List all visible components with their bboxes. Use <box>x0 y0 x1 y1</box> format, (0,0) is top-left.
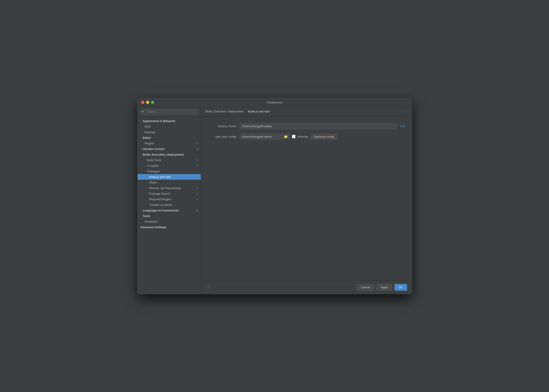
main-content: Build, Execution, Deployment › Node.js a… <box>201 107 412 294</box>
npm-config-label: npm user config: <box>208 135 237 138</box>
window-body: › Appearance & Behavior SDK Keymap › Edi… <box>137 107 412 294</box>
sidebar-item-label: Version Control <box>143 147 164 151</box>
sidebar-item-debugger[interactable]: › Debugger <box>137 168 201 174</box>
override-checkbox[interactable] <box>292 135 296 138</box>
chevron-icon: › <box>140 209 141 212</box>
traffic-lights <box>141 101 154 104</box>
sidebar-item-build-tools[interactable]: › Build Tools ⊞ <box>137 157 201 163</box>
sidebar-item-version-control[interactable]: › Version Control ⊞ <box>137 146 201 152</box>
sidebar-item-label: Remote Jar Repositories <box>149 186 181 190</box>
settings-icon: ⊞ <box>196 142 198 145</box>
maximize-button[interactable] <box>151 101 154 104</box>
sidebar-item-nodejs-npm[interactable]: Node.js and npm <box>137 174 201 180</box>
chevron-icon: › <box>140 148 141 150</box>
apply-button[interactable]: Apply <box>376 284 392 291</box>
chevron-icon: › <box>140 137 141 139</box>
title-bar: Preferences <box>137 98 412 107</box>
sidebar: › Appearance & Behavior SDK Keymap › Edi… <box>137 107 201 294</box>
nodejs-home-row: Node.js home: Edit <box>208 123 405 129</box>
close-button[interactable] <box>141 101 144 104</box>
chevron-icon: › <box>140 215 141 217</box>
nav-forward-button[interactable]: › <box>403 109 407 114</box>
sidebar-item-label: Build Tools <box>147 158 161 162</box>
npm-input-wrapper: 📁 <box>240 134 290 140</box>
search-wrapper <box>140 109 198 114</box>
help-button[interactable]: ? <box>206 285 210 290</box>
footer: ? Cancel Apply OK <box>201 280 412 294</box>
sidebar-item-label: Plugins <box>145 142 154 145</box>
sidebar-nav: › Appearance & Behavior SDK Keymap › Edi… <box>137 117 201 294</box>
settings-icon: ⊞ <box>196 187 198 189</box>
sidebar-item-label: Debugger <box>147 170 160 173</box>
sidebar-item-remote-jar[interactable]: Remote Jar Repositories ⊞ <box>137 185 201 191</box>
breadcrumb-parent: Build, Execution, Deployment <box>206 110 244 113</box>
sidebar-item-languages-frameworks[interactable]: › Languages & Frameworks ⊞ <box>137 208 201 213</box>
ok-button[interactable]: OK <box>394 284 407 291</box>
sidebar-item-compiler[interactable]: › Compiler ⊞ <box>137 163 201 168</box>
sidebar-item-label: Tools <box>143 214 150 218</box>
minimize-button[interactable] <box>146 101 149 104</box>
sidebar-item-editor[interactable]: › Editor <box>137 135 201 140</box>
sidebar-item-keymap[interactable]: Keymap <box>137 129 201 135</box>
sidebar-item-label: Package Search <box>149 192 170 195</box>
sidebar-item-label: Build, Execution, Deployment <box>143 153 184 156</box>
sidebar-item-previewer[interactable]: Previewer <box>137 219 201 224</box>
sidebar-item-label: Required Plugins <box>149 197 171 201</box>
chevron-icon: › <box>145 170 145 173</box>
chevron-icon: › <box>145 159 145 161</box>
nav-arrows: ‹ › <box>398 109 407 114</box>
preferences-window: Preferences › Appearance & Behavior SDK <box>137 98 412 294</box>
sidebar-item-tools[interactable]: › Tools <box>137 213 201 219</box>
search-bar <box>137 107 201 117</box>
sidebar-item-label: SDK <box>145 125 151 128</box>
chevron-icon: › <box>140 120 141 122</box>
sidebar-item-plugins[interactable]: Plugins ⊞ <box>137 140 201 146</box>
sidebar-item-label: Ohpm <box>149 181 157 184</box>
nodejs-home-label: Node.js home: <box>208 125 237 128</box>
sidebar-item-label: Keymap <box>145 131 155 134</box>
sidebar-item-label: Appearance & Behavior <box>143 119 176 123</box>
npm-config-row: npm user config: 📁 Override Optimize con… <box>208 134 405 140</box>
window-title: Preferences <box>267 101 282 104</box>
sidebar-item-sdk[interactable]: SDK <box>137 124 201 129</box>
sidebar-item-ohpm[interactable]: Ohpm <box>137 180 201 185</box>
cancel-button[interactable]: Cancel <box>357 284 374 291</box>
chevron-icon: › <box>139 154 142 155</box>
settings-icon: ⊞ <box>196 159 198 161</box>
optimize-config-button[interactable]: Optimize config <box>311 134 337 140</box>
settings-icon: ⊞ <box>196 209 198 212</box>
override-label[interactable]: Override <box>297 135 309 138</box>
nodejs-home-input[interactable] <box>240 123 397 129</box>
sidebar-item-package-search[interactable]: Package Search ⊞ <box>137 191 201 196</box>
settings-icon: ⊞ <box>196 164 198 167</box>
sidebar-item-label: Previewer <box>145 220 158 223</box>
folder-button[interactable]: 📁 <box>282 134 290 140</box>
npm-config-input[interactable] <box>240 134 282 140</box>
settings-icon: ⊞ <box>196 198 198 201</box>
sidebar-item-label: Editor <box>143 136 151 140</box>
sidebar-item-label: Advanced Settings <box>140 225 166 229</box>
chevron-icon: › <box>145 164 145 167</box>
sidebar-item-label: Compiler <box>147 164 159 167</box>
sidebar-item-advanced-settings[interactable]: Advanced Settings <box>137 224 201 230</box>
edit-link[interactable]: Edit <box>400 125 405 128</box>
settings-icon: ⊞ <box>196 192 198 195</box>
content-body: Node.js home: Edit npm user config: 📁 <box>201 116 412 280</box>
npm-config-controls: 📁 Override Optimize config <box>240 134 337 140</box>
sidebar-item-trusted-locations[interactable]: Trusted Locations <box>137 202 201 208</box>
breadcrumb-separator: › <box>245 110 246 113</box>
settings-icon: ⊞ <box>196 147 198 150</box>
sidebar-item-label: Languages & Frameworks <box>143 209 179 212</box>
breadcrumb-current: Node.js and npm <box>248 110 270 113</box>
sidebar-item-label: Trusted Locations <box>149 203 172 207</box>
sidebar-item-required-plugins[interactable]: Required Plugins ⊞ <box>137 196 201 202</box>
sidebar-item-label: Node.js and npm <box>149 175 171 179</box>
content-header: Build, Execution, Deployment › Node.js a… <box>201 107 412 116</box>
breadcrumb: Build, Execution, Deployment › Node.js a… <box>206 110 270 113</box>
override-group: Override <box>292 135 309 138</box>
search-input[interactable] <box>140 109 198 114</box>
sidebar-item-appearance-behavior[interactable]: › Appearance & Behavior <box>137 118 201 124</box>
nav-back-button[interactable]: ‹ <box>398 109 402 114</box>
sidebar-item-build-execution-deployment[interactable]: › Build, Execution, Deployment <box>137 152 201 157</box>
